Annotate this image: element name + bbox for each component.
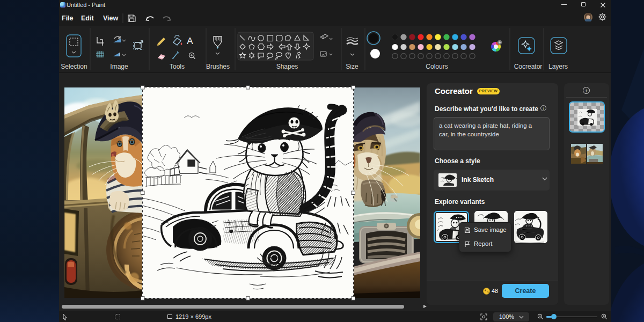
svg-text:Layers: Layers <box>548 63 568 70</box>
svg-text:Selection: Selection <box>61 63 87 70</box>
svg-text:A: A <box>187 36 193 46</box>
svg-text:Tools: Tools <box>170 63 185 70</box>
svg-text:Shapes: Shapes <box>276 63 298 70</box>
svg-text:Colours: Colours <box>426 63 448 70</box>
svg-text:Size: Size <box>346 63 358 70</box>
svg-text:Image: Image <box>110 63 128 70</box>
svg-text:Brushes: Brushes <box>206 63 230 70</box>
svg-text:Cocreator: Cocreator <box>514 63 543 70</box>
